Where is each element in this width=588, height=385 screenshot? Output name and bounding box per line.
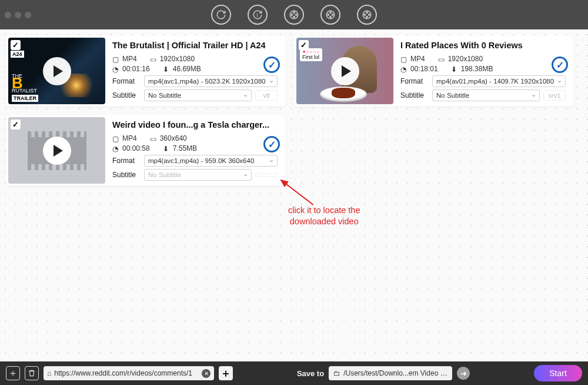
- save-to-label: Save to: [297, 369, 324, 378]
- close-window-button[interactable]: [5, 12, 11, 18]
- svg-point-10: [330, 16, 331, 18]
- format-label: Format: [112, 157, 141, 165]
- trash-button[interactable]: [25, 366, 39, 380]
- svg-text:1: 1: [256, 13, 259, 17]
- subtitle-label: Subtitle: [112, 171, 141, 179]
- clear-url-icon[interactable]: ✕: [202, 369, 211, 378]
- refresh-one-icon[interactable]: 1: [248, 5, 268, 25]
- file-icon: ▢: [400, 55, 408, 63]
- file-icon: ▢: [112, 55, 120, 63]
- svg-point-12: [366, 12, 368, 13]
- download-icon: ⬇: [163, 145, 171, 152]
- subtitle-select[interactable]: No Subtitle: [432, 89, 540, 101]
- video-title: Weird video I foun...g a Tesla charger..…: [112, 120, 278, 130]
- start-button[interactable]: Start: [534, 365, 582, 381]
- filesize: 46.69MB: [173, 65, 201, 73]
- duration: 00:00:58: [122, 144, 150, 152]
- url-input[interactable]: ⌂ https://www.reddit.com/r/videos/commen…: [44, 366, 214, 380]
- video-title: The Brutalist | Official Trailer HD | A2…: [112, 41, 278, 50]
- content-area: ✓ A24 THE B RUTALIST TRAILER The Brutali…: [0, 29, 588, 361]
- format-label: Format: [400, 77, 429, 85]
- duration: 00:01:16: [122, 65, 150, 73]
- clock-icon: ◔: [112, 65, 120, 73]
- svg-point-2: [293, 12, 295, 13]
- subtitle-label: Subtitle: [112, 91, 141, 99]
- subtitle-ext: vtt: [255, 90, 278, 101]
- svg-point-8: [328, 14, 329, 15]
- resolution: 1920x1080: [160, 55, 195, 63]
- url-text: https://www.reddit.com/r/videos/comments…: [54, 369, 192, 377]
- add-url-button[interactable]: ＋: [219, 366, 233, 380]
- refresh-icon[interactable]: [211, 5, 231, 25]
- play-icon[interactable]: [43, 57, 71, 85]
- annotation-text: click it to locate thedownloaded video: [288, 205, 360, 227]
- window-controls: [5, 12, 31, 18]
- thumb-trailer-badge: TRAILER: [12, 95, 38, 102]
- download-icon: ⬇: [163, 65, 171, 73]
- svg-point-4: [296, 14, 297, 15]
- save-path-text: /Users/test/Downlo...em Video Converter: [343, 369, 447, 377]
- file-ext: MP4: [410, 55, 425, 63]
- resolution: 360x640: [160, 134, 187, 142]
- svg-point-5: [293, 16, 295, 18]
- file-ext: MP4: [122, 134, 137, 142]
- toolbar: 1: [211, 5, 377, 25]
- subtitle-select[interactable]: No Subtitle: [144, 169, 252, 181]
- locate-check-icon[interactable]: ✓: [552, 57, 568, 73]
- video-card: ✓ Weird video I foun...g a Tesla charger…: [6, 115, 286, 186]
- resolution-icon: ▭: [438, 55, 446, 63]
- video-card: ✓ ★☆☆☆☆ First lol I Rated Places With 0 …: [294, 35, 574, 107]
- minimize-window-button[interactable]: [15, 12, 21, 18]
- subtitle-ext: [255, 173, 278, 177]
- svg-line-16: [281, 180, 313, 205]
- select-checkbox[interactable]: ✓: [11, 120, 21, 130]
- filesize: 7.55MB: [173, 144, 197, 152]
- thumb-art-text: THE B RUTALIST: [12, 74, 37, 94]
- clock-icon: ◔: [400, 65, 408, 73]
- subtitle-ext: srv1: [543, 90, 566, 101]
- titlebar: 1: [0, 0, 588, 29]
- zoom-window-button[interactable]: [25, 12, 31, 18]
- svg-point-3: [291, 14, 292, 15]
- resolution-icon: ▭: [150, 55, 158, 63]
- thumbnail[interactable]: ✓: [8, 117, 105, 184]
- video-title: I Rated Places With 0 Reviews: [400, 41, 566, 50]
- duration: 00:18:01: [410, 65, 438, 73]
- filesize: 198.38MB: [461, 65, 493, 73]
- reel-remove-icon[interactable]: [357, 5, 377, 25]
- thumb-bubble: ★☆☆☆☆ First lol: [300, 48, 322, 61]
- format-select[interactable]: mp4(avc1,mp4a) - 959.0K 360x640: [144, 155, 278, 167]
- file-ext: MP4: [122, 55, 137, 63]
- thumbnail[interactable]: ✓ ★☆☆☆☆ First lol: [296, 38, 393, 104]
- thumb-badge: A24: [11, 51, 24, 58]
- folder-icon: 🗀: [333, 369, 340, 377]
- add-button[interactable]: ＋: [6, 366, 20, 380]
- format-select[interactable]: mp4(av01,mp4a) - 1409.7K 1920x1080: [432, 75, 566, 87]
- play-icon[interactable]: [331, 57, 359, 85]
- video-card: ✓ A24 THE B RUTALIST TRAILER The Brutali…: [6, 35, 286, 107]
- subtitle-select[interactable]: No Subtitle: [144, 89, 252, 101]
- locate-check-icon[interactable]: ✓: [263, 57, 280, 73]
- locate-check-icon[interactable]: ✓: [263, 136, 280, 152]
- resolution-icon: ▭: [150, 135, 158, 142]
- home-icon: ⌂: [47, 369, 51, 377]
- svg-point-9: [332, 14, 333, 15]
- browse-button[interactable]: ➜: [457, 367, 470, 380]
- file-icon: ▢: [112, 135, 120, 142]
- format-label: Format: [112, 77, 141, 85]
- play-icon[interactable]: [43, 137, 71, 165]
- thumbnail[interactable]: ✓ A24 THE B RUTALIST TRAILER: [8, 38, 105, 104]
- reel-add-icon[interactable]: [284, 5, 304, 25]
- subtitle-label: Subtitle: [400, 91, 429, 99]
- format-select[interactable]: mp4(avc1,mp4a) - 5023.2K 1920x1080: [144, 75, 278, 87]
- reel-import-icon[interactable]: [320, 5, 340, 25]
- svg-point-14: [369, 14, 370, 15]
- save-path-input[interactable]: 🗀 /Users/test/Downlo...em Video Converte…: [329, 366, 452, 380]
- svg-point-13: [364, 14, 365, 15]
- svg-point-7: [330, 12, 331, 13]
- bottom-bar: ＋ ⌂ https://www.reddit.com/r/videos/comm…: [0, 361, 588, 385]
- clock-icon: ◔: [112, 145, 120, 152]
- select-checkbox[interactable]: ✓: [11, 40, 21, 50]
- resolution: 1920x1080: [448, 55, 483, 63]
- svg-point-15: [366, 16, 368, 18]
